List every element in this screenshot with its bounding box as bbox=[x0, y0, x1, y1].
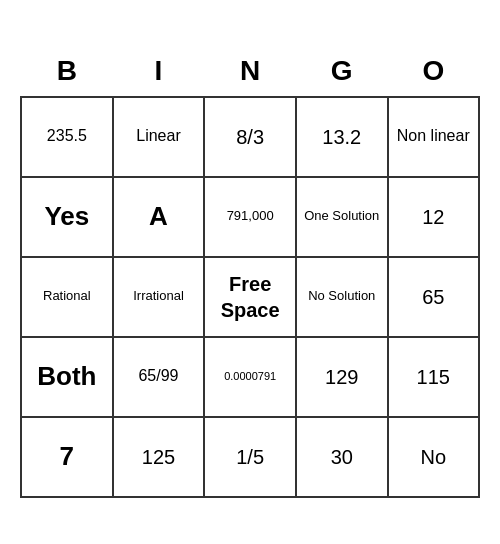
cell-r1-c3: One Solution bbox=[296, 177, 388, 257]
cell-r0-c0: 235.5 bbox=[21, 97, 113, 177]
cell-r0-c1: Linear bbox=[113, 97, 205, 177]
bingo-header-n: N bbox=[204, 47, 296, 97]
table-row: Both65/990.0000791129115 bbox=[21, 337, 479, 417]
bingo-card: BINGO 235.5Linear8/313.2Non linearYesA79… bbox=[20, 47, 480, 498]
cell-r4-c1: 125 bbox=[113, 417, 205, 497]
bingo-header-o: O bbox=[388, 47, 479, 97]
cell-r1-c4: 12 bbox=[388, 177, 479, 257]
cell-r4-c0: 7 bbox=[21, 417, 113, 497]
bingo-header-i: I bbox=[113, 47, 205, 97]
table-row: YesA791,000One Solution12 bbox=[21, 177, 479, 257]
cell-r2-c1: Irrational bbox=[113, 257, 205, 337]
cell-r0-c4: Non linear bbox=[388, 97, 479, 177]
cell-r3-c4: 115 bbox=[388, 337, 479, 417]
cell-r0-c3: 13.2 bbox=[296, 97, 388, 177]
cell-r1-c2: 791,000 bbox=[204, 177, 296, 257]
cell-r1-c0: Yes bbox=[21, 177, 113, 257]
cell-r2-c3: No Solution bbox=[296, 257, 388, 337]
cell-r2-c2: Free Space bbox=[204, 257, 296, 337]
cell-r4-c2: 1/5 bbox=[204, 417, 296, 497]
cell-r3-c1: 65/99 bbox=[113, 337, 205, 417]
cell-r0-c2: 8/3 bbox=[204, 97, 296, 177]
cell-r2-c4: 65 bbox=[388, 257, 479, 337]
table-row: 235.5Linear8/313.2Non linear bbox=[21, 97, 479, 177]
table-row: RationalIrrationalFree SpaceNo Solution6… bbox=[21, 257, 479, 337]
table-row: 71251/530No bbox=[21, 417, 479, 497]
cell-r3-c2: 0.0000791 bbox=[204, 337, 296, 417]
bingo-header-b: B bbox=[21, 47, 113, 97]
cell-r4-c4: No bbox=[388, 417, 479, 497]
cell-r3-c0: Both bbox=[21, 337, 113, 417]
cell-r4-c3: 30 bbox=[296, 417, 388, 497]
cell-r2-c0: Rational bbox=[21, 257, 113, 337]
bingo-header-g: G bbox=[296, 47, 388, 97]
cell-r1-c1: A bbox=[113, 177, 205, 257]
cell-r3-c3: 129 bbox=[296, 337, 388, 417]
